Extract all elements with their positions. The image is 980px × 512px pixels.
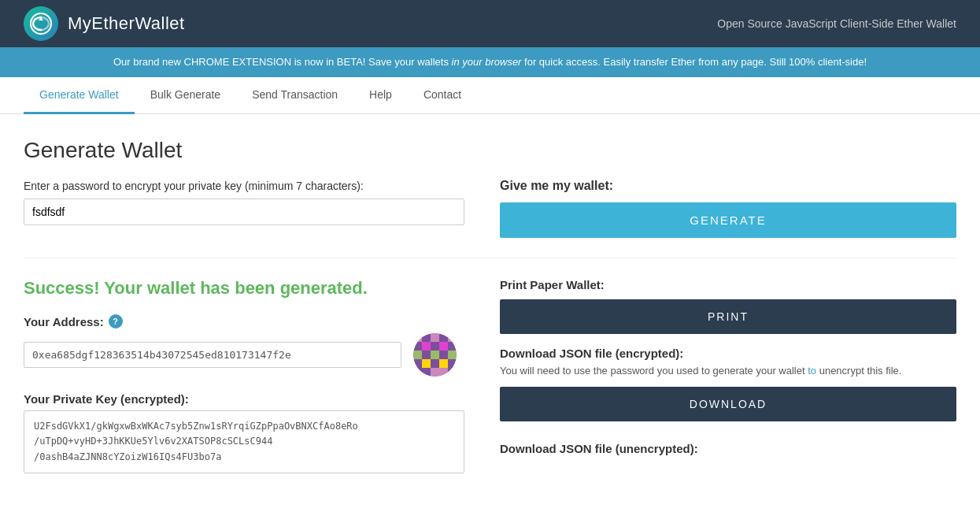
address-section: Your Address: ? (24, 314, 468, 377)
password-label-suffix: (minimum 7 characters): (242, 180, 364, 192)
svg-rect-22 (413, 359, 422, 368)
svg-rect-5 (422, 342, 431, 351)
svg-rect-20 (422, 351, 431, 359)
svg-rect-25 (422, 368, 431, 377)
generate-button-section: Give me my wallet: GENERATE (500, 179, 956, 238)
unencrypt-link[interactable]: to (808, 365, 816, 377)
svg-rect-9 (448, 351, 457, 359)
banner-text-italic: in your browser (452, 56, 522, 68)
give-me-label: Give me my wallet: (500, 179, 956, 193)
svg-rect-21 (439, 351, 448, 359)
address-identicon (413, 333, 457, 377)
nav-item-bulk-generate[interactable]: Bulk Generate (135, 77, 237, 114)
svg-rect-3 (431, 333, 439, 342)
banner-text-before: Our brand new CHROME EXTENSION is now in… (113, 56, 452, 68)
banner-text-after: for quick access. Easily transfer Ether … (521, 56, 867, 68)
page-title: Generate Wallet (24, 138, 956, 163)
generate-button[interactable]: GENERATE (500, 202, 956, 238)
svg-rect-10 (422, 359, 431, 368)
svg-rect-24 (448, 359, 457, 368)
private-key-section: Your Private Key (encrypted): U2FsdGVkX1… (24, 392, 468, 473)
private-key-box: U2FsdGVkX1/gkWgxwBxWKAc7syb5Znw1sRYrqiGZ… (24, 410, 464, 473)
header: MyEtherWallet Open Source JavaScript Cli… (0, 0, 980, 47)
nav-item-send-transaction[interactable]: Send Transaction (236, 77, 353, 114)
your-address-label: Your Address: ? (24, 314, 468, 328)
main-content: Generate Wallet Enter a password to encr… (0, 114, 980, 489)
header-tagline: Open Source JavaScript Client-Side Ether… (717, 17, 956, 30)
success-section: Success! Your wallet has been generated.… (24, 278, 956, 473)
svg-rect-11 (439, 359, 448, 368)
address-help-icon[interactable]: ? (109, 314, 123, 328)
download-button[interactable]: DOWNLOAD (500, 387, 956, 421)
address-input[interactable] (24, 342, 401, 368)
password-label: Enter a password to encrypt your private… (24, 179, 468, 192)
svg-rect-6 (439, 342, 448, 351)
password-section: Enter a password to encrypt your private… (24, 179, 468, 225)
svg-rect-2 (413, 333, 422, 342)
nav-item-contact[interactable]: Contact (408, 77, 477, 114)
svg-rect-18 (431, 342, 439, 351)
svg-rect-15 (422, 333, 431, 342)
address-row (24, 333, 468, 377)
svg-rect-13 (431, 368, 448, 377)
success-title: Success! Your wallet has been generated. (24, 278, 468, 299)
divider (24, 258, 956, 258)
print-button[interactable]: PRINT (500, 299, 956, 334)
private-key-label: Your Private Key (encrypted): (24, 392, 468, 406)
header-left: MyEtherWallet (24, 6, 185, 41)
logo-icon (24, 6, 58, 41)
svg-rect-16 (439, 333, 448, 342)
svg-rect-19 (448, 342, 457, 351)
password-label-main: Enter a password to encrypt your private… (24, 180, 242, 192)
wallet-info-section: Success! Your wallet has been generated.… (24, 278, 468, 473)
nav-item-help[interactable]: Help (353, 77, 408, 114)
svg-rect-4 (448, 333, 457, 342)
svg-rect-23 (431, 359, 439, 368)
download-json-encrypted-label: Download JSON file (encrypted): (500, 347, 956, 360)
svg-rect-12 (413, 368, 422, 377)
svg-rect-17 (413, 342, 422, 351)
print-paper-wallet-label: Print Paper Wallet: (500, 278, 956, 291)
promo-banner: Our brand new CHROME EXTENSION is now in… (0, 47, 980, 77)
nav-item-generate-wallet[interactable]: Generate Wallet (24, 77, 135, 114)
app-name: MyEtherWallet (68, 13, 185, 34)
password-input[interactable] (24, 198, 464, 225)
svg-rect-14 (448, 368, 457, 377)
svg-rect-7 (413, 351, 422, 359)
svg-rect-8 (431, 351, 439, 359)
generate-section: Enter a password to encrypt your private… (24, 179, 956, 238)
download-json-unencrypted-label: Download JSON file (unencrypted): (500, 442, 956, 455)
main-nav: Generate Wallet Bulk Generate Send Trans… (0, 77, 980, 114)
actions-section: Print Paper Wallet: PRINT Download JSON … (500, 278, 956, 455)
download-json-desc: You will need to use the password you us… (500, 363, 956, 379)
